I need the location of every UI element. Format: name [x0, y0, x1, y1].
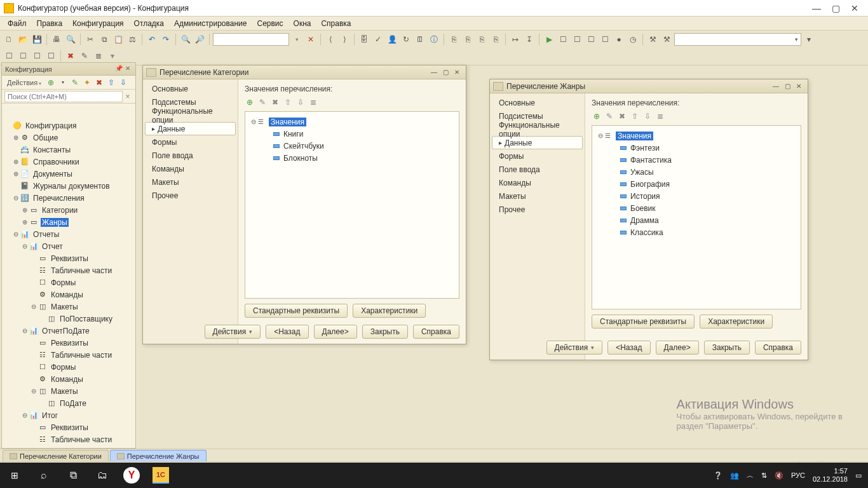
- tree-node[interactable]: ☷Табличные части: [3, 433, 134, 445]
- proc2-icon[interactable]: ⎘: [461, 33, 474, 46]
- enum-tab[interactable]: Команды: [492, 176, 583, 189]
- nav-fwd-icon[interactable]: ⟩: [338, 33, 351, 46]
- values-list[interactable]: ⊖☰Значения КнигиСкейтчбукиБлокноты: [245, 111, 459, 299]
- enum-tab[interactable]: Основные: [145, 82, 236, 95]
- form2-icon[interactable]: ☐: [571, 33, 583, 46]
- clock2-icon[interactable]: ◷: [627, 33, 639, 46]
- help-tray-icon[interactable]: ❔: [714, 471, 722, 480]
- value-add-icon[interactable]: ⊕: [245, 97, 255, 107]
- form3-icon[interactable]: ☐: [585, 33, 597, 46]
- open-icon[interactable]: 📂: [17, 33, 29, 46]
- value-add-icon[interactable]: ⊕: [592, 111, 602, 121]
- actions-button[interactable]: Действия: [546, 341, 603, 355]
- value-sort-icon[interactable]: ≣: [308, 97, 318, 107]
- volume-tray-icon[interactable]: 🔇: [775, 471, 783, 480]
- enum-value-item[interactable]: Книги: [249, 128, 455, 140]
- info-icon[interactable]: ⓘ: [428, 33, 440, 46]
- tree-node[interactable]: ⊕▭Категории: [3, 204, 134, 216]
- yandex-icon[interactable]: Y: [117, 463, 146, 488]
- mdi-titlebar[interactable]: Перечисление Жанры — ▢ ✕: [490, 79, 808, 93]
- menu-configuration[interactable]: Конфигурация: [69, 18, 128, 29]
- enum-tab[interactable]: Поле ввода: [492, 163, 583, 176]
- tree-node[interactable]: ▭Реквизиты: [3, 337, 134, 349]
- redo-icon[interactable]: ↷: [159, 33, 172, 46]
- step-icon[interactable]: ↦: [509, 33, 522, 46]
- onec-icon[interactable]: 1С: [146, 463, 175, 488]
- combo-clear-icon[interactable]: ✕: [304, 33, 317, 46]
- menu-debug[interactable]: Отладка: [130, 18, 168, 29]
- nav-back-icon[interactable]: ⟨: [324, 33, 337, 46]
- compare-icon[interactable]: ⚖: [126, 33, 139, 46]
- analyze-icon[interactable]: ✎: [78, 50, 91, 62]
- tree-node[interactable]: ⊕📄Документы: [3, 168, 134, 180]
- form1-icon[interactable]: ☐: [557, 33, 569, 46]
- value-up-icon[interactable]: ⇧: [283, 97, 293, 107]
- menu-admin[interactable]: Администрирование: [170, 18, 250, 29]
- proc3-icon[interactable]: ⎘: [475, 33, 488, 46]
- value-down-icon[interactable]: ⇩: [642, 111, 653, 121]
- tree-node[interactable]: ⊖📊Отчет: [3, 240, 134, 252]
- bookmark4-icon[interactable]: ☐: [44, 50, 57, 62]
- back-button[interactable]: <Назад: [266, 325, 308, 339]
- panel-pin-icon[interactable]: 📌: [114, 65, 123, 74]
- enum-tab[interactable]: Макеты: [492, 189, 583, 203]
- help-button[interactable]: Справка: [755, 341, 801, 355]
- value-edit-icon[interactable]: ✎: [604, 111, 614, 121]
- preview-icon[interactable]: 🔍: [64, 33, 77, 46]
- find-combo[interactable]: [213, 33, 289, 46]
- tree-node[interactable]: 📇Константы: [3, 144, 134, 156]
- keyboard-lang[interactable]: РУС: [791, 471, 805, 479]
- config-tree[interactable]: 🟡Конфигурация⊕⚙Общие📇Константы⊕📒Справочн…: [2, 118, 135, 448]
- tree-node[interactable]: ⊕⚙Общие: [3, 132, 134, 144]
- bookmark-icon[interactable]: ☐: [3, 50, 15, 62]
- tree-node[interactable]: ⊖📊Итог: [3, 409, 134, 421]
- calendar-icon[interactable]: 🗓: [414, 33, 426, 46]
- close-button[interactable]: Закрыть: [362, 325, 408, 339]
- explorer-icon[interactable]: 🗂: [88, 463, 117, 488]
- combo-clear2-icon[interactable]: ▾: [803, 33, 815, 46]
- next-button[interactable]: Далее>: [314, 325, 357, 339]
- enum-tab[interactable]: Основные: [492, 96, 583, 109]
- tree-node[interactable]: ☷Табличные части: [3, 264, 134, 276]
- enum-tab[interactable]: Прочее: [145, 189, 236, 202]
- document-tab[interactable]: Перечисление Категории: [3, 450, 109, 461]
- add-sub-icon[interactable]: ▾: [58, 78, 68, 88]
- tool1-icon[interactable]: ⚒: [646, 33, 659, 46]
- menu-service[interactable]: Сервис: [253, 18, 287, 29]
- tree-node[interactable]: ⊖📊Отчеты: [3, 228, 134, 240]
- tray-clock[interactable]: 1:57 02.12.2018: [813, 467, 848, 484]
- close-button[interactable]: Закрыть: [704, 341, 750, 355]
- find-icon[interactable]: 🔍: [179, 33, 192, 46]
- wizard-icon[interactable]: ✦: [82, 78, 92, 88]
- tool2-icon[interactable]: ⚒: [660, 33, 673, 46]
- characteristics-button[interactable]: Характеристики: [353, 304, 426, 318]
- print-icon[interactable]: 🖶: [50, 33, 63, 46]
- menu-edit[interactable]: Правка: [33, 18, 67, 29]
- copy-icon[interactable]: ⧉: [98, 33, 111, 46]
- window-maximize-button[interactable]: ▢: [826, 1, 845, 15]
- combo-drop-icon[interactable]: ▾: [290, 33, 303, 46]
- enum-value-item[interactable]: Боевик: [596, 202, 797, 214]
- value-edit-icon[interactable]: ✎: [257, 97, 268, 107]
- enum-value-item[interactable]: Фэнтези: [596, 142, 797, 154]
- tree-node[interactable]: 🟡Конфигурация: [3, 119, 134, 132]
- step2-icon[interactable]: ↧: [523, 33, 536, 46]
- value-sort-icon[interactable]: ≣: [655, 111, 665, 121]
- next-button[interactable]: Далее>: [656, 341, 699, 355]
- document-tab[interactable]: Перечисление Жанры: [110, 450, 207, 461]
- undo-icon[interactable]: ↶: [146, 33, 158, 46]
- config-combo[interactable]: ▾: [674, 33, 801, 46]
- enum-value-item[interactable]: Драмма: [596, 214, 797, 226]
- enum-tab[interactable]: Функциональные опции: [492, 123, 583, 136]
- mdi-maximize-button[interactable]: ▢: [440, 67, 451, 78]
- syntax-icon[interactable]: ✓: [372, 33, 384, 46]
- save-icon[interactable]: 💾: [31, 33, 43, 46]
- tree-node[interactable]: ⚙Команды: [3, 288, 134, 301]
- enum-tab[interactable]: Прочее: [492, 203, 583, 216]
- mdi-minimize-button[interactable]: —: [428, 67, 440, 78]
- search-icon[interactable]: ⌕: [29, 463, 58, 488]
- mdi-close-button[interactable]: ✕: [451, 67, 463, 78]
- edit-icon[interactable]: ✎: [70, 78, 80, 88]
- window-minimize-button[interactable]: —: [807, 1, 826, 15]
- enum-tab[interactable]: Поле ввода: [145, 149, 236, 162]
